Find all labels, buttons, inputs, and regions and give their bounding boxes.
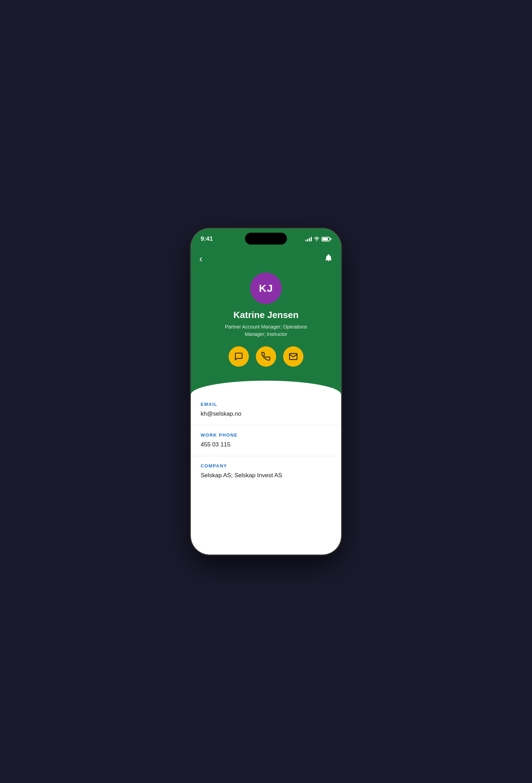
notification-bell-icon[interactable]	[324, 254, 333, 264]
email-section: EMAIL kh@selskap.no	[191, 395, 341, 425]
svg-point-0	[316, 240, 317, 241]
avatar: KJ	[250, 273, 282, 304]
company-label: COMPANY	[201, 463, 331, 468]
work-phone-value: 455 03 115	[201, 440, 331, 449]
profile-title: Partner Account Manager; Operations Mana…	[217, 323, 315, 338]
email-label: EMAIL	[201, 402, 331, 407]
nav-bar: ‹	[191, 251, 341, 270]
battery-icon	[322, 237, 331, 241]
phone-button[interactable]	[256, 346, 276, 367]
dynamic-island	[245, 233, 287, 245]
email-button[interactable]	[283, 346, 303, 367]
header-area: ‹ KJ Katrine Jensen Partner Account Mana…	[191, 247, 341, 402]
company-value: Selskap AS; Selskap Invest AS	[201, 471, 331, 480]
status-time: 9:41	[201, 235, 213, 242]
work-phone-section: WORK PHONE 455 03 115	[191, 425, 341, 456]
chat-button[interactable]	[229, 346, 249, 367]
phone-frame: 9:41	[191, 228, 341, 555]
company-section: COMPANY Selskap AS; Selskap Invest AS	[191, 456, 341, 487]
status-icons	[305, 237, 331, 241]
action-buttons	[229, 346, 303, 367]
signal-icon	[305, 237, 312, 241]
profile-name: Katrine Jensen	[233, 310, 299, 320]
content-area: EMAIL kh@selskap.no WORK PHONE 455 03 11…	[191, 381, 341, 486]
avatar-initials: KJ	[259, 282, 273, 294]
wifi-icon	[314, 237, 319, 241]
back-button[interactable]: ‹	[199, 254, 202, 264]
work-phone-label: WORK PHONE	[201, 432, 331, 438]
phone-screen: 9:41	[191, 228, 341, 555]
email-value: kh@selskap.no	[201, 410, 331, 418]
profile-section: KJ Katrine Jensen Partner Account Manage…	[191, 270, 341, 374]
